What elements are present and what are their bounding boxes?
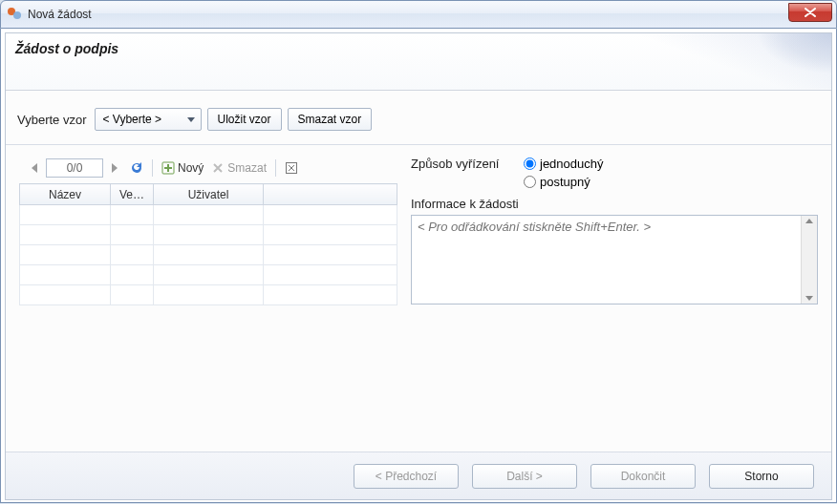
table-row[interactable] — [20, 265, 397, 285]
inner-panel: Žádost o podpis Vyberte vzor < Vyberte >… — [5, 32, 832, 500]
mode-simple-label: jednoduchý — [540, 157, 604, 171]
titlebar: Nová žádost — [0, 0, 837, 29]
mode-step-label: postupný — [540, 175, 590, 189]
pager-toolbar: Nový Smazat — [19, 157, 397, 183]
items-table[interactable]: Název Ve… Uživatel — [19, 183, 397, 305]
finish-button[interactable]: Dokončit — [590, 464, 696, 489]
window-title: Nová žádost — [28, 8, 92, 21]
mode-step-option[interactable]: postupný — [524, 175, 590, 189]
page-indicator — [46, 158, 103, 178]
delete-row-button[interactable]: Smazat — [209, 161, 268, 175]
header-band: Žádost o podpis — [6, 33, 831, 91]
mode-row-2: postupný — [524, 175, 818, 189]
template-row: Vyberte vzor < Vyberte > Uložit vzor Sma… — [6, 91, 831, 145]
window-body: Žádost o podpis Vyberte vzor < Vyberte >… — [0, 29, 837, 503]
new-row-label: Nový — [178, 161, 204, 175]
mode-label: Způsob vyřízení — [411, 157, 514, 171]
table-row[interactable] — [20, 225, 397, 245]
textarea-scrollbar[interactable] — [801, 216, 817, 304]
info-label: Informace k žádosti — [411, 197, 818, 211]
table-row[interactable] — [20, 245, 397, 265]
refresh-icon[interactable] — [128, 159, 145, 177]
mode-row: Způsob vyřízení jednoduchý — [411, 157, 818, 171]
close-button[interactable] — [788, 3, 832, 22]
new-row-button[interactable]: Nový — [160, 161, 205, 175]
mode-step-radio[interactable] — [524, 176, 536, 188]
left-pane: Nový Smazat — [19, 157, 397, 305]
table-row[interactable] — [20, 205, 397, 225]
mode-simple-radio[interactable] — [524, 158, 536, 170]
delete-template-button[interactable]: Smazat vzor — [288, 108, 373, 131]
svg-point-1 — [13, 11, 21, 19]
info-textarea[interactable] — [412, 216, 801, 304]
template-select[interactable]: < Vyberte > — [95, 108, 202, 131]
save-template-button[interactable]: Uložit vzor — [207, 108, 282, 131]
right-pane: Způsob vyřízení jednoduchý postupný Info — [411, 157, 818, 305]
grid-options-icon[interactable] — [283, 159, 300, 177]
toolbar-separator — [152, 159, 153, 177]
content-area: Nový Smazat — [6, 145, 831, 305]
scroll-up-icon — [805, 219, 813, 223]
last-page-icon[interactable] — [107, 159, 124, 177]
col-version[interactable]: Ve… — [111, 184, 154, 205]
col-user[interactable]: Uživatel — [154, 184, 264, 205]
close-icon — [804, 8, 817, 17]
template-label: Vyberte vzor — [17, 113, 87, 127]
delete-row-label: Smazat — [227, 161, 267, 175]
page-title: Žádost o podpis — [15, 41, 822, 56]
template-select-value: < Vyberte > — [103, 113, 162, 126]
wizard-footer: < Předchozí Další > Dokončit Storno — [6, 452, 831, 499]
toolbar-separator-2 — [275, 159, 276, 177]
info-textarea-wrap — [411, 215, 818, 304]
table-row[interactable] — [20, 285, 397, 305]
scroll-down-icon — [805, 296, 813, 301]
table-header-row: Název Ve… Uživatel — [20, 184, 397, 205]
col-name[interactable]: Název — [20, 184, 111, 205]
next-button[interactable]: Další > — [472, 464, 577, 489]
plus-icon — [161, 161, 175, 175]
prev-button[interactable]: < Předchozí — [354, 464, 459, 489]
mode-simple-option[interactable]: jednoduchý — [524, 157, 604, 171]
first-page-icon[interactable] — [25, 159, 42, 177]
cancel-button[interactable]: Storno — [709, 464, 814, 489]
delete-icon — [211, 161, 225, 175]
col-extra[interactable] — [264, 184, 397, 205]
app-icon — [7, 7, 22, 22]
